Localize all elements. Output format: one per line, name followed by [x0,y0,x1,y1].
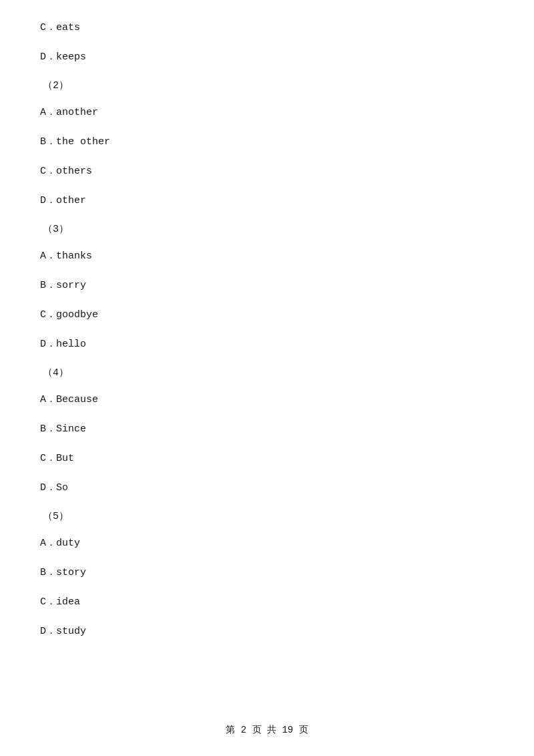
section-number: （4） [40,366,494,379]
section-number: （3） [40,222,494,235]
list-item: B．story [40,565,494,581]
item-label: B．Since [40,423,86,435]
list-item: B．sorry [40,278,494,294]
list-item: D．keeps [40,49,494,65]
list-item: D．hello [40,337,494,353]
item-label: D．study [40,626,86,637]
item-label: B．sorry [40,280,86,291]
item-label: A．Because [40,394,98,405]
footer-text: 第 2 页 共 19 页 [226,725,308,735]
item-label: D．other [40,195,86,206]
section-number: （2） [40,79,494,91]
item-label: A．another [40,107,98,118]
item-label: C．But [40,453,74,464]
list-item: A．another [40,105,494,121]
item-label: D．So [40,482,68,494]
item-label: A．thanks [40,250,92,262]
list-item: A．thanks [40,248,494,264]
list-item: A．duty [40,536,494,552]
list-item: C．goodbye [40,307,494,323]
section-number: （5） [40,510,494,522]
list-item: B．Since [40,421,494,437]
list-item: C．eats [40,20,494,36]
item-label: C．others [40,166,92,177]
item-label: D．keeps [40,51,86,63]
list-item: B．the other [40,134,494,150]
list-item: A．Because [40,392,494,408]
item-label: A．duty [40,538,80,549]
item-label: C．eats [40,22,80,33]
item-label: C．idea [40,596,80,608]
list-item: C．others [40,164,494,180]
list-item: D．other [40,193,494,209]
list-item: C．But [40,451,494,467]
list-item: C．idea [40,594,494,610]
page-footer: 第 2 页 共 19 页 [0,724,534,736]
list-item: D．So [40,480,494,496]
item-label: C．goodbye [40,309,98,321]
item-label: B．the other [40,136,110,148]
item-label: B．story [40,567,86,578]
page-content: C．eats D．keeps （2） A．another B．the other… [0,0,534,693]
list-item: D．study [40,624,494,640]
item-label: D．hello [40,339,86,350]
